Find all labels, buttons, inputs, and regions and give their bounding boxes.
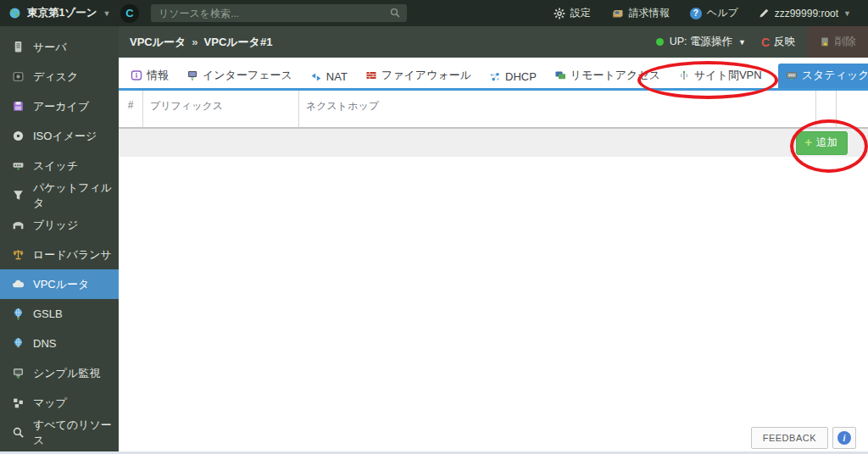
tab-dhcp[interactable]: DHCP <box>487 67 538 88</box>
top-bar: 東京第1ゾーン ▼ C 設定 請求情報 ? ヘルプ zzz99999:root <box>0 0 868 26</box>
server-icon <box>12 41 25 53</box>
settings-label: 設定 <box>570 6 591 20</box>
delete-button[interactable]: 削除 <box>807 26 868 58</box>
sidebar-item-label: GSLB <box>33 307 63 320</box>
help-menu-item[interactable]: ? ヘルプ <box>683 6 745 20</box>
tab-label: インターフェース <box>203 68 292 83</box>
search-input[interactable] <box>151 4 407 22</box>
tab-label: NAT <box>326 70 348 83</box>
site-to-site-vpn-icon <box>678 69 690 81</box>
sidebar-item-load-balancer[interactable]: ロードバランサ <box>0 240 119 269</box>
sidebar-item-label: ISOイメージ <box>33 129 97 144</box>
tab-label: リモートアクセス <box>570 68 660 83</box>
reflect-button[interactable]: C 反映 <box>761 35 795 49</box>
tab-label: DHCP <box>505 70 537 83</box>
column-header-action-1 <box>815 91 836 127</box>
add-button-label: 追加 <box>816 136 837 150</box>
dns-icon <box>12 337 25 350</box>
billing-icon <box>611 8 624 19</box>
sidebar-item-label: アーカイブ <box>33 99 89 114</box>
search-icon <box>389 7 401 19</box>
resource-search <box>151 4 407 22</box>
all-resources-icon <box>12 426 25 439</box>
help-icon: ? <box>690 8 702 19</box>
tab-bar: 情報 インターフェース NAT ファイアウォール DHCP リモートアクセス <box>119 58 868 91</box>
sidebar: サーバ ディスク アーカイブ ISOイメージ スイッチ パケットフィルタ ブリッ… <box>0 26 119 451</box>
sidebar-item-simple-monitor[interactable]: シンプル監視 <box>0 358 119 388</box>
breadcrumb-current: VPCルータ#1 <box>204 35 273 50</box>
tab-nat[interactable]: NAT <box>309 67 349 88</box>
tab-firewall[interactable]: ファイアウォール <box>364 64 473 88</box>
nat-icon <box>310 71 322 83</box>
billing-label: 請求情報 <box>629 6 670 20</box>
sidebar-item-label: パケットフィルタ <box>33 180 119 211</box>
zone-label: 東京第1ゾーン <box>27 6 97 20</box>
sidebar-item-packet-filter[interactable]: パケットフィルタ <box>0 180 119 210</box>
breadcrumb-separator: » <box>192 36 198 48</box>
sidebar-item-vpc-router[interactable]: VPCルータ <box>0 269 119 299</box>
table-footer-row: + 追加 <box>119 127 868 157</box>
chevron-down-icon: ▼ <box>103 9 111 18</box>
sidebar-item-label: ロードバランサ <box>33 247 112 263</box>
sidebar-item-iso-image[interactable]: ISOイメージ <box>0 121 119 151</box>
sidebar-item-disk[interactable]: ディスク <box>0 62 119 91</box>
main-content: 情報 インターフェース NAT ファイアウォール DHCP リモートアクセス <box>119 58 868 451</box>
info-button[interactable]: i <box>832 427 856 449</box>
tab-site-to-site-vpn[interactable]: サイト間VPN <box>676 64 764 88</box>
power-status-icon <box>656 38 664 46</box>
topbar-menu: 設定 請求情報 ? ヘルプ zzz99999:root ▼ <box>547 6 868 20</box>
info-icon <box>131 69 142 81</box>
sidebar-item-label: スイッチ <box>33 158 78 174</box>
delete-warning-icon <box>820 36 831 47</box>
static-route-icon <box>786 69 798 81</box>
tab-remote-access[interactable]: リモートアクセス <box>553 64 662 88</box>
power-operations-dropdown[interactable]: UP: 電源操作 ▼ <box>656 35 746 49</box>
tab-label: サイト間VPN <box>694 68 762 83</box>
sidebar-item-gslb[interactable]: GSLB <box>0 299 119 329</box>
load-balancer-icon <box>12 248 25 261</box>
help-label: ヘルプ <box>707 6 738 20</box>
column-header-action-2 <box>836 91 868 127</box>
gear-icon <box>554 8 565 19</box>
sidebar-item-map[interactable]: マップ <box>0 388 119 418</box>
reflect-icon: C <box>761 36 770 49</box>
tab-info[interactable]: 情報 <box>129 64 170 88</box>
breadcrumb-parent[interactable]: VPCルータ <box>130 35 186 50</box>
account-menu[interactable]: zzz99999:root ▼ <box>752 8 858 19</box>
vpc-router-icon <box>12 278 25 291</box>
feedback-button[interactable]: FEEDBACK <box>751 427 828 449</box>
zone-selector[interactable]: 東京第1ゾーン ▼ <box>0 6 119 20</box>
info-icon: i <box>837 431 851 445</box>
disk-icon <box>12 70 25 83</box>
sidebar-item-label: サーバ <box>33 40 67 55</box>
globe-zone-icon <box>8 7 21 19</box>
column-header-number: # <box>119 91 142 127</box>
refresh-button[interactable]: C <box>120 4 139 23</box>
chevron-down-icon: ▼ <box>843 9 851 18</box>
power-status-label: UP: 電源操作 <box>670 35 732 49</box>
sidebar-item-archive[interactable]: アーカイブ <box>0 91 119 121</box>
sidebar-item-label: DNS <box>33 337 56 350</box>
add-button[interactable]: + 追加 <box>796 131 848 155</box>
chevron-down-icon: ▼ <box>738 38 746 47</box>
tab-label: スタティックルート <box>802 68 868 83</box>
sidebar-item-bridge[interactable]: ブリッジ <box>0 210 119 240</box>
resource-actions: UP: 電源操作 ▼ C 反映 削除 <box>656 26 868 58</box>
billing-menu-item[interactable]: 請求情報 <box>604 6 676 20</box>
interface-icon <box>186 69 198 81</box>
switch-icon <box>12 159 25 172</box>
tab-static-route[interactable]: スタティックルート <box>778 64 868 88</box>
sidebar-item-server[interactable]: サーバ <box>0 32 119 62</box>
sidebar-item-dns[interactable]: DNS <box>0 329 119 358</box>
column-header-prefix: プリフィックス <box>142 91 298 127</box>
gslb-icon <box>12 307 25 320</box>
settings-menu-item[interactable]: 設定 <box>547 6 598 20</box>
tab-interface[interactable]: インターフェース <box>185 64 294 88</box>
iso-image-icon <box>12 130 25 142</box>
firewall-icon <box>365 69 377 81</box>
sidebar-item-all-resources[interactable]: すべてのリソース <box>0 418 119 447</box>
remote-access-icon <box>554 69 566 81</box>
sidebar-item-switch[interactable]: スイッチ <box>0 151 119 180</box>
sidebar-item-label: マップ <box>33 396 67 411</box>
feedback-zone: FEEDBACK i <box>751 427 856 449</box>
